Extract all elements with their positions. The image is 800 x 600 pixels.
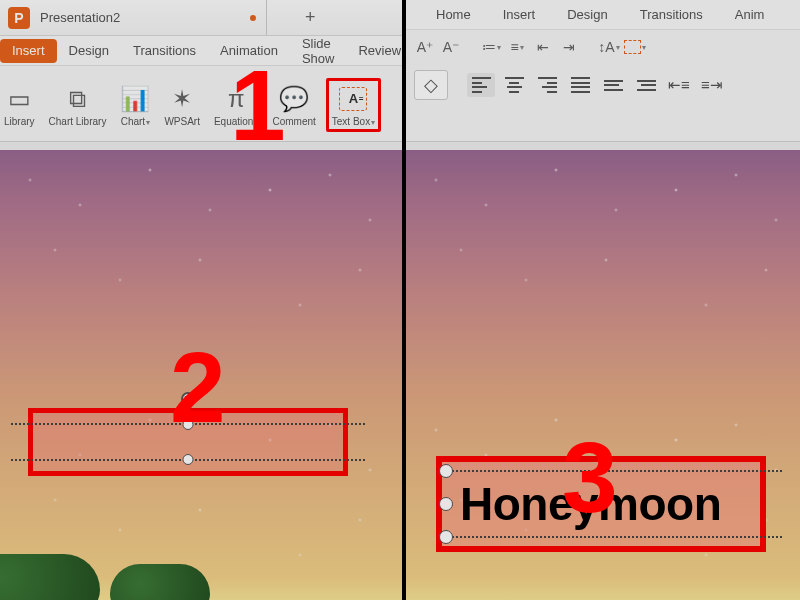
bush-decoration <box>0 554 100 600</box>
resize-handle[interactable] <box>439 464 453 478</box>
ribbon-tabs: Home Insert Design Transitions Anim <box>406 0 800 30</box>
line-spacing-button[interactable]: ↕A▾ <box>598 38 620 56</box>
ribbon-comment-label: Comment <box>272 116 315 127</box>
ribbon-chart-library-button[interactable]: ⧉ Chart Library <box>45 80 111 129</box>
app-icon: P <box>8 7 30 29</box>
ribbon-equation-button[interactable]: π Equation▾ <box>210 80 262 130</box>
chevron-down-icon: ▾ <box>642 43 646 52</box>
chevron-down-icon: ▾ <box>520 43 524 52</box>
font-size-group: A⁺ A⁻ <box>414 38 462 56</box>
titlebar: P Presentation2 + <box>0 0 402 36</box>
chevron-down-icon: ▾ <box>254 118 258 127</box>
tab-animation[interactable]: Animation <box>208 36 290 65</box>
selection-guide <box>452 536 782 538</box>
ribbon-comment-button[interactable]: 💬 Comment <box>268 80 319 129</box>
spacing-group: ↕A▾ ▾ <box>598 38 646 56</box>
align-left-button[interactable] <box>467 73 495 97</box>
decrease-column-button[interactable]: ≡⇥ <box>698 73 726 97</box>
comment-icon: 💬 <box>279 85 309 113</box>
rotate-handle[interactable]: ↻ <box>181 392 195 406</box>
selection-guide <box>452 470 782 472</box>
wpsart-icon: ✶ <box>172 85 192 113</box>
resize-handle[interactable] <box>183 419 194 430</box>
chevron-down-icon: ▾ <box>371 118 375 127</box>
bullets-button[interactable]: ≔▾ <box>480 38 502 56</box>
ribbon-tabs: Insert Design Transitions Animation Slid… <box>0 36 402 66</box>
distribute-horizontal-button[interactable] <box>599 73 627 97</box>
highlight-swatch-icon <box>624 40 641 54</box>
increase-column-button[interactable]: ⇤≡ <box>665 73 693 97</box>
chart-icon: 📊 <box>120 85 150 113</box>
tab-insert[interactable]: Insert <box>0 39 57 63</box>
tab-transitions[interactable]: Transitions <box>624 7 719 22</box>
increase-font-button[interactable]: A⁺ <box>414 38 436 56</box>
distribute-vertical-button[interactable] <box>632 73 660 97</box>
textbox-text[interactable]: Honeymoon <box>460 477 721 531</box>
ribbon-chart-library-label: Chart Library <box>49 116 107 127</box>
clear-formatting-button[interactable]: ◇ <box>414 70 448 100</box>
unsaved-indicator <box>250 15 256 21</box>
list-group: ≔▾ ≡▾ ⇤ ⇥ <box>480 38 580 56</box>
stars-decoration <box>0 150 402 600</box>
chevron-down-icon: ▾ <box>497 43 501 52</box>
tab-review[interactable]: Review <box>346 36 413 65</box>
ribbon-chart-label: Chart <box>121 116 145 127</box>
slide-canvas[interactable]: Honeymoon <box>406 150 800 600</box>
tab-transitions[interactable]: Transitions <box>121 36 208 65</box>
resize-handle[interactable] <box>439 497 453 511</box>
tab-slideshow[interactable]: Slide Show <box>290 36 347 65</box>
ribbon-library-label: Library <box>4 116 35 127</box>
slide-canvas[interactable]: ↻ <box>0 150 402 600</box>
tab-anim[interactable]: Anim <box>719 7 781 22</box>
empty-textbox[interactable]: ↻ <box>28 408 348 476</box>
ribbon-textbox-label: Text Box <box>332 116 370 127</box>
right-panel: Home Insert Design Transitions Anim A⁺ A… <box>406 0 800 600</box>
decrease-indent-button[interactable]: ⇤ <box>532 38 554 56</box>
ribbon: ▭ Library ⧉ Chart Library 📊 Chart▾ ✶ WPS… <box>0 66 402 142</box>
ribbon-library-button[interactable]: ▭ Library <box>0 80 39 129</box>
bush-decoration <box>110 564 210 600</box>
chevron-down-icon: ▾ <box>616 43 620 52</box>
decrease-font-button[interactable]: A⁻ <box>440 38 462 56</box>
ribbon-wpsart-button[interactable]: ✶ WPSArt <box>160 80 204 129</box>
resize-handle[interactable] <box>439 530 453 544</box>
document-title: Presentation2 <box>40 10 120 25</box>
text-highlight-button[interactable]: ▾ <box>624 38 646 56</box>
resize-handle[interactable] <box>183 454 194 465</box>
tab-home[interactable]: Home <box>420 7 487 22</box>
increase-indent-button[interactable]: ⇥ <box>558 38 580 56</box>
align-justify-button[interactable] <box>566 73 594 97</box>
library-icon: ▭ <box>8 85 31 113</box>
align-right-button[interactable] <box>533 73 561 97</box>
textbox-icon: A <box>339 87 367 111</box>
tab-design[interactable]: Design <box>551 7 623 22</box>
left-panel: P Presentation2 + Insert Design Transiti… <box>0 0 406 600</box>
ribbon-equation-label: Equation <box>214 116 253 127</box>
tab-separator <box>266 0 267 35</box>
filled-textbox[interactable]: Honeymoon <box>436 456 766 552</box>
ribbon: A⁺ A⁻ ≔▾ ≡▾ ⇤ ⇥ ↕A▾ ▾ ◇ <box>406 30 800 142</box>
new-tab-button[interactable]: + <box>299 7 321 28</box>
align-center-button[interactable] <box>500 73 528 97</box>
ribbon-wpsart-label: WPSArt <box>164 116 200 127</box>
tab-insert[interactable]: Insert <box>487 7 552 22</box>
chevron-down-icon: ▾ <box>146 118 150 127</box>
numbering-button[interactable]: ≡▾ <box>506 38 528 56</box>
ribbon-chart-button[interactable]: 📊 Chart▾ <box>116 80 154 130</box>
ribbon-textbox-button[interactable]: A Text Box▾ <box>326 78 381 132</box>
tab-design[interactable]: Design <box>57 36 121 65</box>
chart-library-icon: ⧉ <box>69 85 86 113</box>
equation-icon: π <box>228 85 245 113</box>
